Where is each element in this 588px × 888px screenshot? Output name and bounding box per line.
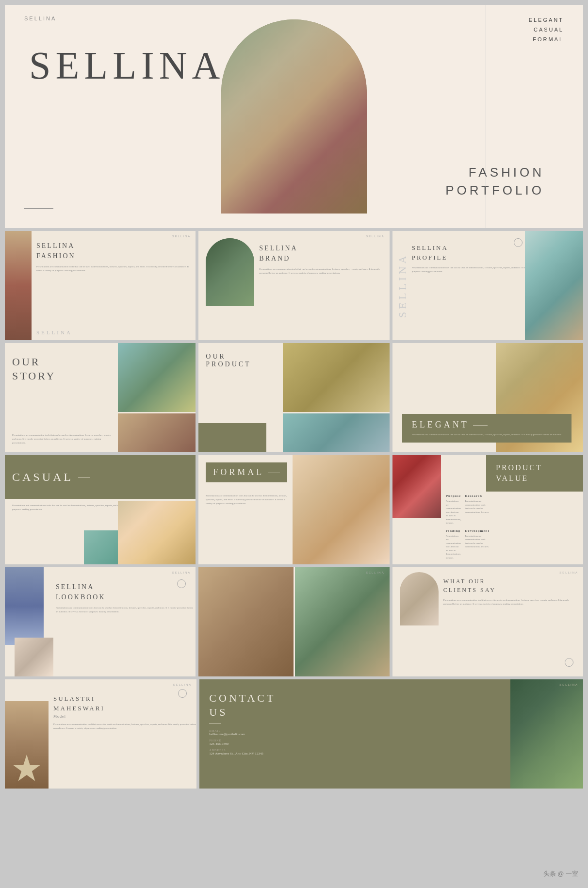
page-wrapper: SELLINA ELEGANT CASUAL FORMAL SELLINA FA… bbox=[0, 0, 588, 793]
slide-sellina-brand: SELLINA SELLINABRAND Presentations are c… bbox=[198, 231, 389, 340]
story-text: Presentations are communication tools th… bbox=[12, 433, 113, 445]
hero-fashion-line1: FASHION bbox=[445, 164, 544, 181]
slide-photo1: SELLINA bbox=[198, 567, 389, 676]
lookbook-label-top: SELLINA bbox=[172, 571, 191, 574]
hero-arch-photo bbox=[221, 19, 367, 214]
lookbook-title: SELLINALOOKBOOK bbox=[56, 582, 196, 602]
pv-item-development: Development Presentations are communicat… bbox=[465, 529, 489, 560]
pv-dev-label: Development bbox=[465, 529, 489, 533]
lookbook-img bbox=[5, 567, 44, 645]
slide-elegant: SELLINA ELEGANT Presentations are commun… bbox=[392, 343, 583, 452]
profile-circle bbox=[514, 238, 523, 247]
elegant-title: ELEGANT bbox=[412, 420, 562, 430]
slide-product-value: SELLINA PRODUCTVALUE Purpose Presentatio… bbox=[392, 455, 583, 564]
story-title: OURSTORY bbox=[12, 355, 56, 383]
slide-sellina-fashion: SELLINA SELLINAFASHION Presentations are… bbox=[5, 231, 196, 340]
clients-content: WHAT OURCLIENTS SAY Presentations are a … bbox=[443, 577, 578, 606]
sulastri-img bbox=[5, 701, 49, 789]
photo1-label: SELLINA bbox=[366, 571, 385, 574]
row-2: SELLINA SELLINAFASHION Presentations are… bbox=[5, 231, 583, 340]
slide-sellina-profile: SELLINA SELLINA SELLINAPROFILE Presentat… bbox=[392, 231, 583, 340]
casual-box: CASUAL bbox=[5, 455, 196, 499]
slide-our-story: SELLINA OURSTORY Presentations are commu… bbox=[5, 343, 196, 452]
contact-dash bbox=[209, 723, 221, 724]
row-3: SELLINA OURSTORY Presentations are commu… bbox=[5, 343, 583, 452]
pv-header: PRODUCTVALUE bbox=[486, 455, 583, 492]
casual-img bbox=[118, 501, 196, 564]
story-content: OURSTORY bbox=[12, 355, 56, 383]
pv-item-purpose: Purpose Presentations are communication … bbox=[446, 494, 461, 525]
pv-finding-body: Presentations are communication tools th… bbox=[446, 534, 461, 560]
slide-casual: SELLINA CASUAL Presentations and communi… bbox=[5, 455, 196, 564]
pv-img bbox=[392, 455, 441, 518]
hero-arch bbox=[221, 19, 367, 214]
elegant-box: ELEGANT Presentations are communication … bbox=[402, 414, 572, 443]
contact-info: EMAIL bellina.me@portfolio.com PHONE 123… bbox=[209, 729, 506, 756]
product-imgs bbox=[283, 343, 390, 452]
sulastri-body: Presentations are a communication tool t… bbox=[53, 723, 196, 730]
photo1-img1 bbox=[198, 567, 293, 676]
fashion-content: SELLINAFASHION Presentations are communi… bbox=[36, 241, 191, 273]
clients-arch-inner bbox=[400, 572, 439, 625]
contact-phone-val: 123-456-7890 bbox=[209, 742, 506, 746]
pv-purpose-body: Presentations are communication tools th… bbox=[446, 499, 461, 525]
pv-title: PRODUCTVALUE bbox=[496, 462, 573, 484]
clients-arch bbox=[400, 572, 439, 625]
contact-content: CONTACT US EMAIL bellina.me@portfolio.co… bbox=[209, 691, 506, 756]
pv-research-label: Research bbox=[465, 494, 489, 498]
fashion-title: SELLINAFASHION bbox=[36, 241, 191, 261]
profile-vert: SELLINA bbox=[396, 231, 409, 340]
brand-title: SELLINABRAND bbox=[259, 243, 384, 263]
hero-fashion-line2: PORTFOLIO bbox=[445, 181, 544, 199]
lookbook-content: SELLINALOOKBOOK Presentations are commun… bbox=[56, 582, 196, 614]
clients-title: WHAT OURCLIENTS SAY bbox=[443, 577, 578, 594]
elegant-line bbox=[473, 425, 488, 426]
hero-main-title: SELLINA bbox=[29, 44, 225, 88]
row-4: SELLINA CASUAL Presentations and communi… bbox=[5, 455, 583, 564]
pv-grid: Purpose Presentations are communication … bbox=[446, 494, 481, 559]
hero-arch-bg bbox=[221, 19, 367, 214]
lookbook-body: Presentations are communication tools th… bbox=[56, 606, 196, 614]
formal-dash bbox=[268, 473, 280, 473]
hero-brand-top-left: SELLINA bbox=[24, 16, 56, 21]
slide-lookbook: SELLINA SELLINALOOKBOOK Presentations ar… bbox=[5, 567, 196, 676]
fashion-label: SELLINA bbox=[172, 235, 191, 238]
row-6: SELLINA SULASTRI MAHESWARI Model Present… bbox=[5, 679, 583, 789]
fashion-bottom: SELLINA bbox=[36, 329, 72, 335]
pv-research-body: Presentations are communication tools th… bbox=[465, 499, 489, 514]
photo1-img2 bbox=[295, 567, 390, 676]
product-img1 bbox=[283, 343, 390, 412]
story-img1 bbox=[118, 343, 196, 412]
pv-finding-label: Finding bbox=[446, 529, 461, 533]
clients-label: SELLINA bbox=[559, 571, 578, 574]
hero-vertical-line bbox=[486, 5, 486, 228]
watermark: 头条 @ 一室 bbox=[543, 870, 578, 878]
pv-purpose-label: Purpose bbox=[446, 494, 461, 498]
fashion-img bbox=[5, 231, 32, 340]
sulastri-role: Model bbox=[53, 714, 196, 719]
product-olive-block bbox=[198, 423, 266, 452]
casual-img2 bbox=[84, 530, 118, 564]
profile-img bbox=[525, 231, 583, 340]
formal-box: FORMAL bbox=[206, 462, 287, 482]
formal-content: Presentations are communication tools th… bbox=[206, 494, 287, 506]
formal-title: FORMAL bbox=[213, 467, 280, 477]
row-5: SELLINA SELLINALOOKBOOK Presentations ar… bbox=[5, 567, 583, 676]
hero-taglines: ELEGANT CASUAL FORMAL bbox=[529, 16, 564, 44]
sulastri-content: SULASTRI MAHESWARI Model Presentations a… bbox=[53, 694, 196, 730]
casual-dash bbox=[78, 477, 90, 478]
contact-address-val: 124 Anywhere St., Any City, NY 12345 bbox=[209, 752, 506, 756]
slide-formal: SELLINA FORMAL Presentations are communi… bbox=[198, 455, 389, 564]
contact-img bbox=[510, 679, 583, 789]
brand-arch-inner bbox=[206, 238, 254, 306]
clients-body: Presentations are a communication tool t… bbox=[443, 598, 578, 606]
product-img2 bbox=[283, 413, 390, 452]
elegant-body: Presentations are communication tools th… bbox=[412, 433, 562, 437]
contact-label-top: SELLINA bbox=[559, 683, 578, 686]
sulastri-label-top: SELLINA bbox=[173, 683, 192, 686]
slide-our-product: SELLINA OUR PRODUCT bbox=[198, 343, 389, 452]
product-title: OUR PRODUCT bbox=[206, 353, 251, 368]
brand-content: SELLINABRAND Presentations are communica… bbox=[259, 243, 384, 275]
brand-arch bbox=[206, 238, 254, 306]
slide-sulastri: SELLINA SULASTRI MAHESWARI Model Present… bbox=[5, 679, 196, 789]
